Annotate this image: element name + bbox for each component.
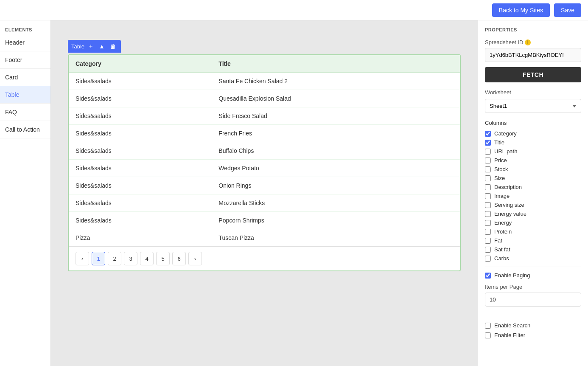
col-header-title: Title	[212, 55, 460, 73]
enable-search-checkbox[interactable]	[485, 323, 491, 329]
column-checkbox-col_carbs[interactable]	[485, 256, 491, 262]
save-button[interactable]: Save	[554, 3, 581, 17]
cell-category: Sides&salads	[69, 125, 212, 142]
cell-category: Sides&salads	[69, 142, 212, 160]
sidebar-item-card[interactable]: Card	[0, 69, 50, 86]
cell-title: Tuscan Pizza	[212, 229, 460, 247]
top-bar: Back to My Sites Save	[0, 0, 588, 20]
table-row: PizzaTuscan Pizza	[69, 229, 460, 247]
column-checkbox-col_energy[interactable]	[485, 220, 491, 226]
column-label-col_title: Title	[494, 139, 504, 146]
worksheet-select[interactable]: Sheet1 Sheet2 Sheet3	[485, 99, 581, 113]
widget-toolbar: Table ＋ ▲ 🗑	[68, 40, 121, 53]
enable-filter-label: Enable Filter	[494, 332, 525, 338]
column-checkbox-col_stock[interactable]	[485, 166, 491, 172]
column-checkbox-item-col_sat_fat: Sat fat	[485, 246, 581, 253]
column-checkbox-col_size[interactable]	[485, 175, 491, 181]
column-label-col_energy_value: Energy value	[494, 211, 526, 217]
cell-title: Wedges Potato	[212, 160, 460, 177]
column-label-col_stock: Stock	[494, 166, 508, 172]
sidebar-header: ELEMENTS	[0, 24, 50, 34]
table-row: Sides&saladsSide Fresco Salad	[69, 107, 460, 125]
sidebar: ELEMENTS Header Footer Card Table FAQ Ca…	[0, 20, 51, 366]
table-row: Sides&saladsSanta Fe Chicken Salad 2	[69, 73, 460, 90]
page-1-button[interactable]: 1	[92, 252, 105, 265]
column-checkbox-col_image[interactable]	[485, 193, 491, 199]
column-checkbox-col_category[interactable]	[485, 131, 491, 137]
page-3-button[interactable]: 3	[124, 252, 137, 265]
page-4-button[interactable]: 4	[140, 252, 154, 265]
col-header-category: Category	[69, 55, 212, 73]
canvas-area: Table ＋ ▲ 🗑 Category Title	[51, 20, 478, 366]
cell-title: Onion Rings	[212, 177, 460, 194]
sidebar-item-header[interactable]: Header	[0, 34, 50, 51]
cell-title: Quesadilla Explosion Salad	[212, 90, 460, 107]
column-label-col_image: Image	[494, 193, 510, 199]
table-body: Sides&saladsSanta Fe Chicken Salad 2Side…	[69, 73, 460, 247]
column-checkbox-item-col_energy: Energy	[485, 220, 581, 226]
column-checkbox-item-col_carbs: Carbs	[485, 255, 581, 262]
column-checkbox-col_title[interactable]	[485, 140, 491, 146]
divider	[485, 267, 581, 267]
page-5-button[interactable]: 5	[156, 252, 170, 265]
divider-2	[485, 317, 581, 317]
column-checkbox-item-col_stock: Stock	[485, 166, 581, 172]
column-label-col_fat: Fat	[494, 237, 502, 244]
items-per-page-input[interactable]	[485, 293, 581, 307]
cell-title: Mozzarella Sticks	[212, 194, 460, 212]
column-checkbox-col_price[interactable]	[485, 158, 491, 163]
column-label-col_size: Size	[494, 175, 505, 181]
cell-category: Sides&salads	[69, 107, 212, 125]
back-to-my-sites-button[interactable]: Back to My Sites	[492, 3, 550, 17]
table-row: Sides&saladsMozzarella Sticks	[69, 194, 460, 212]
column-checkbox-item-col_size: Size	[485, 175, 581, 181]
sidebar-item-cta[interactable]: Call to Action	[0, 121, 50, 138]
worksheet-label: Worksheet	[485, 89, 581, 96]
column-checkbox-item-col_serving_size: Serving size	[485, 202, 581, 208]
widget-delete-button[interactable]: 🗑	[108, 42, 118, 51]
cell-category: Pizza	[69, 229, 212, 247]
table-row: Sides&saladsOnion Rings	[69, 177, 460, 194]
column-label-col_protein: Protein	[494, 228, 512, 235]
column-checkbox-item-col_description: Description	[485, 184, 581, 190]
column-checkbox-col_protein[interactable]	[485, 229, 491, 235]
enable-filter-checkbox[interactable]	[485, 332, 491, 338]
sidebar-item-table[interactable]: Table	[0, 86, 50, 104]
page-6-button[interactable]: 6	[172, 252, 186, 265]
table-row: Sides&saladsPopcorn Shrimps	[69, 212, 460, 229]
widget-wrapper: Table ＋ ▲ 🗑 Category Title	[68, 54, 461, 271]
sidebar-item-footer[interactable]: Footer	[0, 51, 50, 69]
column-checkbox-col_description[interactable]	[485, 184, 491, 190]
fetch-button[interactable]: FETCH	[485, 67, 581, 82]
table-row: Sides&saladsWedges Potato	[69, 160, 460, 177]
table-row: Sides&saladsFrench Fries	[69, 125, 460, 142]
table-header-row: Category Title	[69, 55, 460, 73]
enable-search-row: Enable Search	[485, 322, 581, 329]
enable-paging-checkbox[interactable]	[485, 273, 491, 279]
cell-category: Sides&salads	[69, 90, 212, 107]
properties-panel: PROPERTIES Spreadsheet ID i FETCH Worksh…	[478, 20, 588, 366]
cell-title: Side Fresco Salad	[212, 107, 460, 125]
column-label-col_url_path: URL path	[494, 148, 517, 155]
enable-paging-row: Enable Paging	[485, 272, 581, 279]
column-checkbox-item-col_fat: Fat	[485, 237, 581, 244]
page-prev-button[interactable]: ‹	[76, 252, 89, 265]
widget-add-button[interactable]: ＋	[86, 42, 95, 51]
page-next-button[interactable]: ›	[188, 252, 202, 265]
properties-title: PROPERTIES	[485, 27, 581, 32]
spreadsheet-id-info-icon: i	[525, 39, 531, 45]
page-2-button[interactable]: 2	[108, 252, 121, 265]
column-checkbox-col_url_path[interactable]	[485, 149, 491, 155]
column-checkbox-col_fat[interactable]	[485, 238, 491, 244]
table-row: Sides&saladsQuesadilla Explosion Salad	[69, 90, 460, 107]
sidebar-item-faq[interactable]: FAQ	[0, 104, 50, 121]
cell-title: Buffalo Chips	[212, 142, 460, 160]
spreadsheet-id-input[interactable]	[485, 48, 581, 62]
column-checkbox-col_sat_fat[interactable]	[485, 247, 491, 253]
column-checkbox-col_serving_size[interactable]	[485, 202, 491, 208]
widget-up-button[interactable]: ▲	[97, 42, 106, 51]
cell-category: Sides&salads	[69, 194, 212, 212]
column-label-col_category: Category	[494, 130, 517, 137]
column-checkbox-item-col_protein: Protein	[485, 228, 581, 235]
column-checkbox-col_energy_value[interactable]	[485, 211, 491, 217]
